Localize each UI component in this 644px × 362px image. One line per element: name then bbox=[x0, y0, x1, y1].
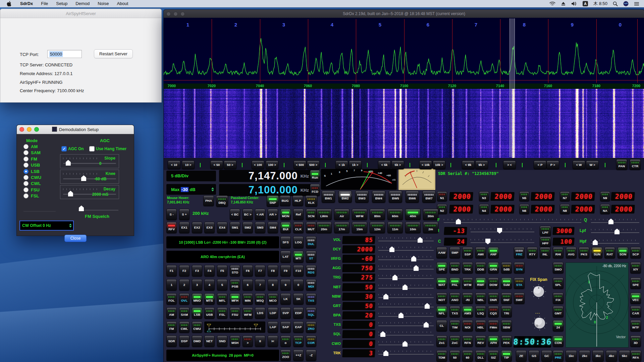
button-dnr[interactable]: DNR bbox=[488, 293, 499, 304]
volume-icon[interactable] bbox=[571, 1, 577, 6]
button-rev[interactable]: REV bbox=[475, 336, 486, 347]
button-fmm[interactable]: FMm bbox=[488, 320, 499, 331]
button-noi[interactable]: NOI bbox=[462, 320, 473, 331]
button-3d[interactable]: 3D bbox=[630, 336, 641, 347]
demod-title-bar[interactable]: Demodulation Setup bbox=[17, 125, 134, 134]
dcy-slider-groove[interactable] bbox=[378, 250, 434, 251]
button-klk[interactable]: KLK bbox=[305, 195, 317, 207]
button-zro[interactable]: ZRO bbox=[306, 321, 316, 333]
button-sm2[interactable]: SM2 bbox=[243, 222, 253, 233]
button-n1[interactable]: N1 bbox=[437, 191, 447, 201]
mode-radio-sam[interactable] bbox=[23, 150, 29, 155]
button-svp[interactable]: SVP bbox=[280, 307, 291, 319]
button-psb[interactable]: PSB bbox=[230, 279, 240, 291]
button-1kc[interactable]: 1kc bbox=[566, 350, 577, 362]
i-slider[interactable] bbox=[471, 228, 534, 234]
vol-slider-groove[interactable] bbox=[378, 241, 434, 241]
button-cl[interactable]: CL bbox=[436, 320, 447, 331]
button-9k[interactable]: < 9k bbox=[462, 161, 475, 169]
button-snp[interactable]: SNP bbox=[267, 195, 279, 207]
dcy-slider[interactable] bbox=[378, 247, 434, 253]
button-f3[interactable]: F3 bbox=[192, 265, 202, 277]
button-lwm[interactable]: LWm bbox=[316, 209, 332, 220]
button-msq[interactable]: MSQ bbox=[255, 293, 265, 305]
vector-scope[interactable]: -80 db, 2200 Hz Vector 1 2 0 bbox=[566, 262, 629, 348]
button-trk[interactable]: TRK bbox=[462, 262, 473, 274]
button-txs[interactable]: TXS bbox=[306, 293, 316, 305]
button-n3[interactable]: N3 bbox=[479, 191, 489, 201]
button-15m[interactable]: 15m bbox=[352, 222, 367, 233]
band-select-number-6[interactable]: 6 bbox=[427, 22, 429, 27]
button-wfm[interactable]: WFM bbox=[352, 209, 367, 220]
button-80m[interactable]: 80m bbox=[370, 209, 385, 220]
airspy-title-bar[interactable]: AirSpyHfServer bbox=[0, 9, 161, 18]
button-ex4[interactable]: EX4 bbox=[217, 222, 227, 233]
button-spe[interactable]: SPE bbox=[630, 278, 641, 289]
button-8[interactable]: 8 bbox=[268, 279, 278, 291]
button-dll[interactable]: DLL bbox=[475, 350, 486, 362]
button-ano[interactable]: ANO bbox=[449, 293, 460, 304]
button-4kc[interactable]: 4kc bbox=[606, 350, 617, 362]
button-o[interactable]: o bbox=[280, 336, 291, 347]
button-mut[interactable]: MUT bbox=[306, 222, 316, 233]
button-z[interactable]: -Z bbox=[306, 350, 316, 361]
button-pal[interactable]: PAL bbox=[449, 278, 460, 289]
button-4[interactable]: 4 bbox=[204, 279, 215, 291]
button-eap[interactable]: EAP bbox=[293, 321, 304, 333]
button-ze[interactable]: ZE bbox=[516, 350, 527, 362]
button-w[interactable]: < W bbox=[573, 161, 585, 169]
passband-pan-scale[interactable] bbox=[204, 321, 265, 333]
button-rat[interactable]: RAT bbox=[604, 247, 615, 258]
button-cqs[interactable]: CQS bbox=[488, 306, 499, 317]
button-rty[interactable]: RTY bbox=[527, 247, 538, 258]
button-1k[interactable]: < 1k bbox=[335, 161, 348, 169]
knee-slider[interactable]: Knee-60 dB bbox=[60, 170, 119, 184]
button-mts[interactable]: MTS bbox=[204, 293, 215, 305]
menu-item-demod[interactable]: Demod bbox=[71, 0, 94, 7]
button-60m[interactable]: 60m bbox=[387, 209, 403, 220]
button-wfm[interactable]: WFM bbox=[243, 307, 253, 319]
vfo-frequency-display[interactable]: 7,147.000 KHz bbox=[219, 170, 312, 182]
button-tcp[interactable]: TCP bbox=[293, 336, 304, 347]
i-slider-thumb[interactable] bbox=[497, 228, 502, 234]
button-pha[interactable]: PHA bbox=[203, 195, 214, 206]
button-5kc[interactable]: 5kc bbox=[619, 350, 630, 362]
button-sdr[interactable]: SDR bbox=[166, 336, 177, 347]
button-ovl[interactable]: OVL bbox=[179, 293, 190, 305]
fix-span-knob[interactable] bbox=[531, 284, 546, 299]
button-fre[interactable]: FRE bbox=[514, 247, 525, 258]
button-mti[interactable]: MTI bbox=[293, 251, 304, 263]
button-500[interactable]: < 500 bbox=[293, 161, 306, 169]
c-slider-thumb[interactable] bbox=[485, 239, 490, 244]
c-slider-groove[interactable] bbox=[471, 242, 534, 243]
txs-slider[interactable] bbox=[378, 322, 434, 328]
button-snd[interactable]: SND bbox=[217, 336, 227, 347]
button-swf[interactable]: SWF bbox=[514, 293, 525, 304]
waterfall-display[interactable] bbox=[164, 89, 644, 158]
button-zoo[interactable]: ZOO bbox=[280, 350, 291, 361]
mode-radio-cwu[interactable] bbox=[23, 175, 29, 180]
button-wtm[interactable]: WTM bbox=[462, 278, 473, 289]
button-grn[interactable]: GRN bbox=[488, 262, 499, 274]
button-car[interactable]: CAR bbox=[630, 306, 641, 317]
button-key[interactable]: > < bbox=[503, 161, 516, 169]
agc-on-checkbox[interactable]: ✓ bbox=[61, 146, 67, 152]
button-pks[interactable]: PKS bbox=[579, 247, 589, 258]
band-select-number-4[interactable]: 4 bbox=[331, 22, 333, 27]
button-hbl[interactable]: HBL bbox=[475, 320, 486, 331]
button-spe[interactable]: SPE bbox=[436, 262, 447, 274]
button-i[interactable]: I< bbox=[268, 336, 278, 347]
button-7[interactable]: 7 bbox=[255, 279, 265, 291]
button-mfl[interactable]: MFL bbox=[217, 293, 227, 305]
button-f9[interactable]: F9 bbox=[280, 265, 291, 277]
button-f1[interactable]: F1 bbox=[166, 265, 177, 277]
trg-slider-groove[interactable] bbox=[378, 278, 434, 279]
lpf-slider[interactable] bbox=[591, 229, 639, 235]
wifi-icon[interactable] bbox=[549, 1, 555, 6]
button-bw1[interactable]: BW1 bbox=[322, 191, 335, 203]
button-sam[interactable]: SAM bbox=[179, 307, 190, 319]
button-f5[interactable]: F5 bbox=[217, 265, 227, 277]
button-na[interactable]: NA bbox=[600, 204, 610, 214]
button-log[interactable]: LOG bbox=[293, 236, 304, 248]
button-n2[interactable]: N2 bbox=[437, 204, 447, 214]
